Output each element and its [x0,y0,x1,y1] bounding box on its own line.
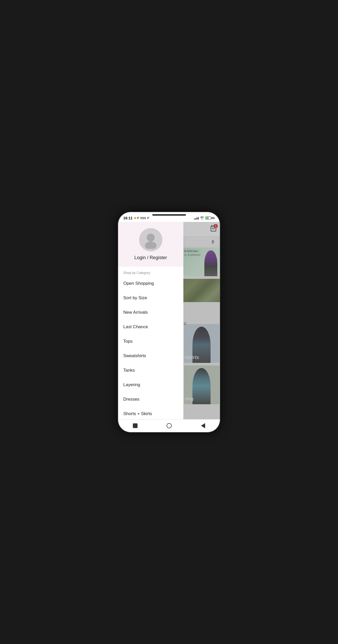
sidebar-item-sort-by-size[interactable]: Sort by Size [118,291,183,305]
status-bar: 16:11 P SSG P [118,212,220,222]
square-icon [133,423,138,428]
sidebar-item-layering[interactable]: Layering [118,378,183,392]
social-title: N SOCIAL! [184,249,200,253]
sidebar-item-tops[interactable]: Tops [118,334,183,349]
battery-fill [206,217,209,219]
time-display: 16:11 [123,216,133,220]
login-register-label[interactable]: Login / Register [134,255,167,260]
menu-panel[interactable]: Login / Register Shop by Category Open S… [118,222,183,419]
wifi-icon [200,216,204,220]
battery-indicator: 36 [205,216,215,220]
svg-point-0 [147,234,155,242]
shop-by-category-label: Shop by Category [118,267,183,276]
sidebar-item-shorts-skirts[interactable]: Shorts + Skirts [118,407,183,419]
sidebar-item-new-arrivals[interactable]: New Arrivals [118,305,183,320]
svg-point-1 [145,242,156,249]
nav-home-button[interactable] [164,421,174,430]
social-text: N SOCIAL! m, & pinterest [184,249,200,257]
ssg-icon: SSG [140,216,146,220]
script-logo: a [184,320,186,326]
back-triangle-icon [201,423,205,428]
nav-back-button[interactable] [198,421,208,430]
battery-body [205,216,211,220]
phone-frame: 16:11 P SSG P [118,212,220,432]
signal-icon [194,216,199,220]
status-right-icons: 36 [194,216,215,220]
screen-content: Login / Register Shop by Category Open S… [118,222,220,419]
phone-screen: 16:11 P SSG P [118,212,220,432]
nav-square-button[interactable] [131,421,140,430]
social-sub: m, & pinterest [184,253,200,257]
status-icons: P SSG P [134,216,149,220]
battery-percent: 36 [212,216,215,220]
parking-p2-icon: P [147,216,149,220]
background-app-panel: 1 N SOCIAL! m, & pintere [183,222,220,419]
sidebar-item-sweatshirts[interactable]: Sweatshirts [118,349,183,363]
parking-p-icon: P [137,216,139,220]
status-time-area: 16:11 P SSG P [123,216,149,220]
avatar [139,228,162,251]
sidebar-item-tanks[interactable]: Tanks [118,363,183,378]
avatar-icon [142,231,160,249]
circle-icon [167,423,172,428]
sidebar-item-last-chance[interactable]: Last Chance [118,320,183,334]
sidebar-item-dresses[interactable]: Dresses [118,392,183,407]
bottom-navigation [118,419,220,432]
user-profile-section[interactable]: Login / Register [118,222,183,267]
phone-notch [152,214,186,216]
sidebar-item-open-shopping[interactable]: Open Shopping [118,276,183,291]
orange-dot-icon [134,217,136,219]
